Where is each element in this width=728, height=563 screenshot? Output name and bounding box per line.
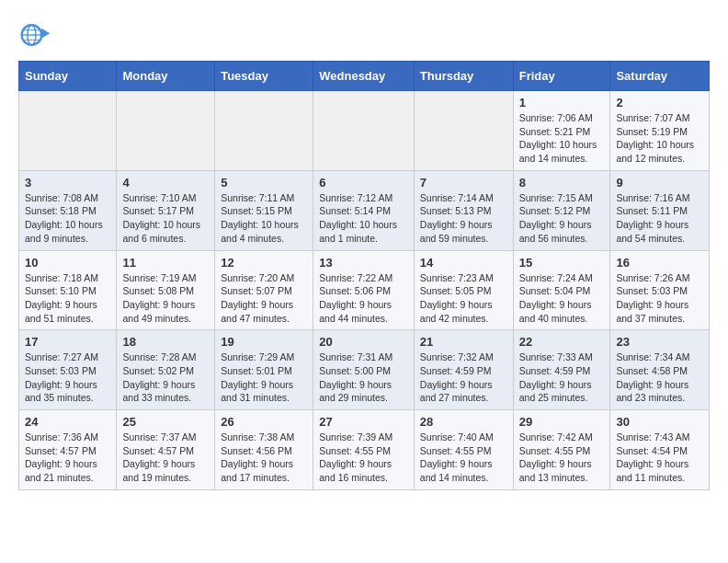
day-info: Sunrise: 7:11 AM Sunset: 5:15 PM Dayligh…: [221, 191, 307, 246]
calendar-week-row: 1Sunrise: 7:06 AM Sunset: 5:21 PM Daylig…: [19, 91, 710, 171]
day-info: Sunrise: 7:24 AM Sunset: 5:04 PM Dayligh…: [519, 271, 605, 326]
calendar-cell: 21Sunrise: 7:32 AM Sunset: 4:59 PM Dayli…: [414, 330, 513, 410]
weekday-header: Saturday: [610, 62, 710, 91]
day-number: 6: [319, 176, 408, 190]
weekday-header: Friday: [513, 62, 610, 91]
calendar-cell: 25Sunrise: 7:37 AM Sunset: 4:57 PM Dayli…: [117, 410, 215, 490]
day-number: 9: [616, 176, 703, 190]
day-number: 13: [319, 256, 408, 270]
day-info: Sunrise: 7:32 AM Sunset: 4:59 PM Dayligh…: [420, 350, 507, 405]
day-info: Sunrise: 7:34 AM Sunset: 4:58 PM Dayligh…: [616, 350, 703, 405]
calendar-cell: 22Sunrise: 7:33 AM Sunset: 4:59 PM Dayli…: [513, 330, 610, 410]
calendar-table: SundayMondayTuesdayWednesdayThursdayFrid…: [18, 61, 710, 490]
calendar-week-row: 24Sunrise: 7:36 AM Sunset: 4:57 PM Dayli…: [19, 410, 710, 490]
day-number: 18: [122, 335, 209, 349]
calendar-body: 1Sunrise: 7:06 AM Sunset: 5:21 PM Daylig…: [19, 91, 710, 490]
day-number: 12: [221, 256, 307, 270]
calendar-week-row: 3Sunrise: 7:08 AM Sunset: 5:18 PM Daylig…: [19, 170, 710, 250]
calendar-cell: 3Sunrise: 7:08 AM Sunset: 5:18 PM Daylig…: [19, 170, 117, 250]
day-info: Sunrise: 7:18 AM Sunset: 5:10 PM Dayligh…: [25, 271, 110, 326]
day-number: 30: [616, 415, 703, 429]
calendar-cell: 11Sunrise: 7:19 AM Sunset: 5:08 PM Dayli…: [117, 250, 215, 330]
day-info: Sunrise: 7:40 AM Sunset: 4:55 PM Dayligh…: [420, 431, 507, 485]
day-info: Sunrise: 7:38 AM Sunset: 4:56 PM Dayligh…: [221, 431, 307, 485]
day-info: Sunrise: 7:31 AM Sunset: 5:00 PM Dayligh…: [319, 350, 408, 405]
calendar-cell: 6Sunrise: 7:12 AM Sunset: 5:14 PM Daylig…: [313, 170, 415, 250]
calendar-cell: 10Sunrise: 7:18 AM Sunset: 5:10 PM Dayli…: [19, 250, 117, 330]
weekday-header: Monday: [117, 62, 215, 91]
weekday-header: Wednesday: [313, 62, 415, 91]
calendar-cell: 7Sunrise: 7:14 AM Sunset: 5:13 PM Daylig…: [414, 170, 513, 250]
day-info: Sunrise: 7:39 AM Sunset: 4:55 PM Dayligh…: [319, 431, 408, 485]
calendar-cell: 29Sunrise: 7:42 AM Sunset: 4:55 PM Dayli…: [513, 410, 610, 490]
day-info: Sunrise: 7:29 AM Sunset: 5:01 PM Dayligh…: [221, 350, 307, 405]
day-number: 11: [122, 256, 209, 270]
day-info: Sunrise: 7:16 AM Sunset: 5:11 PM Dayligh…: [616, 191, 703, 246]
day-info: Sunrise: 7:07 AM Sunset: 5:19 PM Dayligh…: [616, 111, 703, 166]
day-number: 24: [25, 415, 110, 429]
calendar-cell: [414, 91, 513, 171]
calendar-cell: 30Sunrise: 7:43 AM Sunset: 4:54 PM Dayli…: [610, 410, 710, 490]
day-number: 4: [122, 176, 209, 190]
day-info: Sunrise: 7:06 AM Sunset: 5:21 PM Dayligh…: [519, 111, 605, 166]
calendar-week-row: 17Sunrise: 7:27 AM Sunset: 5:03 PM Dayli…: [19, 330, 710, 410]
calendar-cell: 16Sunrise: 7:26 AM Sunset: 5:03 PM Dayli…: [610, 250, 710, 330]
day-info: Sunrise: 7:22 AM Sunset: 5:06 PM Dayligh…: [319, 271, 408, 326]
day-info: Sunrise: 7:10 AM Sunset: 5:17 PM Dayligh…: [122, 191, 209, 246]
calendar-cell: 20Sunrise: 7:31 AM Sunset: 5:00 PM Dayli…: [313, 330, 415, 410]
day-info: Sunrise: 7:19 AM Sunset: 5:08 PM Dayligh…: [122, 271, 209, 326]
day-number: 27: [319, 415, 408, 429]
day-info: Sunrise: 7:42 AM Sunset: 4:55 PM Dayligh…: [519, 431, 605, 485]
day-info: Sunrise: 7:36 AM Sunset: 4:57 PM Dayligh…: [25, 431, 110, 485]
day-number: 5: [221, 176, 307, 190]
calendar-cell: 13Sunrise: 7:22 AM Sunset: 5:06 PM Dayli…: [313, 250, 415, 330]
logo: [18, 18, 57, 52]
day-info: Sunrise: 7:12 AM Sunset: 5:14 PM Dayligh…: [319, 191, 408, 246]
calendar-cell: [19, 91, 117, 171]
day-number: 10: [25, 256, 110, 270]
day-info: Sunrise: 7:33 AM Sunset: 4:59 PM Dayligh…: [519, 350, 605, 405]
day-number: 21: [420, 335, 507, 349]
weekday-row: SundayMondayTuesdayWednesdayThursdayFrid…: [19, 62, 710, 91]
page-header: [18, 18, 710, 52]
calendar-cell: 5Sunrise: 7:11 AM Sunset: 5:15 PM Daylig…: [215, 170, 313, 250]
svg-marker-6: [41, 29, 50, 39]
day-number: 17: [25, 335, 110, 349]
calendar-cell: [117, 91, 215, 171]
day-number: 3: [25, 176, 110, 190]
calendar-cell: 27Sunrise: 7:39 AM Sunset: 4:55 PM Dayli…: [313, 410, 415, 490]
day-info: Sunrise: 7:28 AM Sunset: 5:02 PM Dayligh…: [122, 350, 209, 405]
day-info: Sunrise: 7:20 AM Sunset: 5:07 PM Dayligh…: [221, 271, 307, 326]
calendar-week-row: 10Sunrise: 7:18 AM Sunset: 5:10 PM Dayli…: [19, 250, 710, 330]
day-number: 19: [221, 335, 307, 349]
day-info: Sunrise: 7:23 AM Sunset: 5:05 PM Dayligh…: [420, 271, 507, 326]
calendar-cell: 15Sunrise: 7:24 AM Sunset: 5:04 PM Dayli…: [513, 250, 610, 330]
day-info: Sunrise: 7:26 AM Sunset: 5:03 PM Dayligh…: [616, 271, 703, 326]
calendar-cell: 2Sunrise: 7:07 AM Sunset: 5:19 PM Daylig…: [610, 91, 710, 171]
day-number: 14: [420, 256, 507, 270]
calendar-cell: 23Sunrise: 7:34 AM Sunset: 4:58 PM Dayli…: [610, 330, 710, 410]
calendar-cell: 24Sunrise: 7:36 AM Sunset: 4:57 PM Dayli…: [19, 410, 117, 490]
weekday-header: Sunday: [19, 62, 117, 91]
calendar-cell: 9Sunrise: 7:16 AM Sunset: 5:11 PM Daylig…: [610, 170, 710, 250]
day-number: 16: [616, 256, 703, 270]
calendar-cell: 17Sunrise: 7:27 AM Sunset: 5:03 PM Dayli…: [19, 330, 117, 410]
day-number: 20: [319, 335, 408, 349]
calendar-cell: 8Sunrise: 7:15 AM Sunset: 5:12 PM Daylig…: [513, 170, 610, 250]
calendar-cell: [313, 91, 415, 171]
day-info: Sunrise: 7:27 AM Sunset: 5:03 PM Dayligh…: [25, 350, 110, 405]
day-info: Sunrise: 7:37 AM Sunset: 4:57 PM Dayligh…: [122, 431, 209, 485]
calendar-cell: 14Sunrise: 7:23 AM Sunset: 5:05 PM Dayli…: [414, 250, 513, 330]
day-number: 2: [616, 96, 703, 109]
day-number: 8: [519, 176, 605, 190]
day-info: Sunrise: 7:43 AM Sunset: 4:54 PM Dayligh…: [616, 431, 703, 485]
calendar-header: SundayMondayTuesdayWednesdayThursdayFrid…: [19, 62, 710, 91]
weekday-header: Thursday: [414, 62, 513, 91]
day-info: Sunrise: 7:15 AM Sunset: 5:12 PM Dayligh…: [519, 191, 605, 246]
day-number: 1: [519, 96, 605, 109]
day-number: 29: [519, 415, 605, 429]
calendar-cell: 1Sunrise: 7:06 AM Sunset: 5:21 PM Daylig…: [513, 91, 610, 171]
calendar-cell: 28Sunrise: 7:40 AM Sunset: 4:55 PM Dayli…: [414, 410, 513, 490]
logo-icon: [18, 18, 51, 52]
day-info: Sunrise: 7:08 AM Sunset: 5:18 PM Dayligh…: [25, 191, 110, 246]
